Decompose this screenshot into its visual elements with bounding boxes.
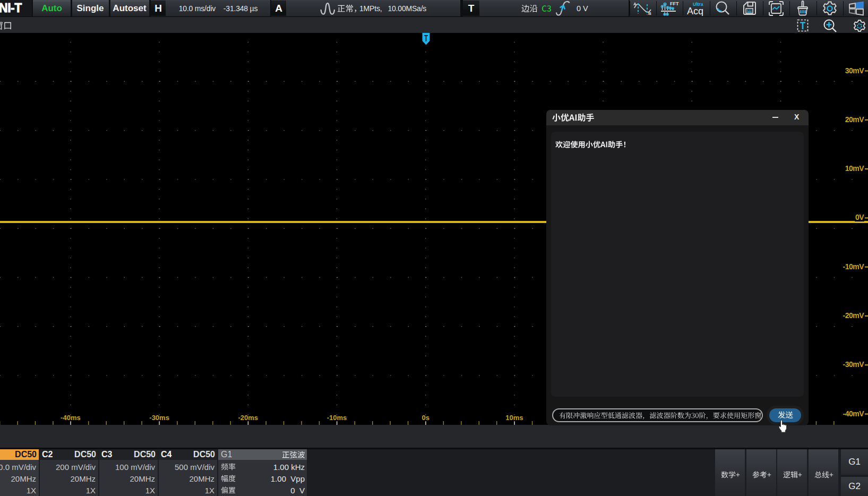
svg-text:FFT: FFT bbox=[670, 1, 679, 6]
svg-text:Acq: Acq bbox=[687, 6, 703, 16]
